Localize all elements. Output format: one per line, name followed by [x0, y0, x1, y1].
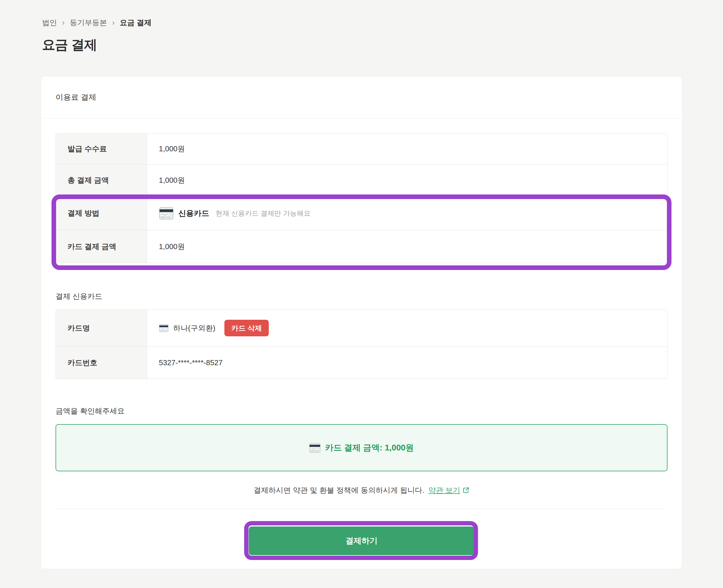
breadcrumb-item-register-copy[interactable]: 등기부등본 [70, 18, 107, 27]
table-row-payment-method: 결제 방법 신용카드 현재 신용카드 결제만 가능해요 [56, 196, 667, 230]
table-row-issuance-fee: 발급 수수료 1,000원 [56, 133, 667, 165]
breadcrumb-item-fee-payment: 요금 결제 [120, 18, 152, 27]
amount-summary-box: 카드 결제 금액: 1,000원 [56, 424, 667, 471]
row-label: 카드명 [56, 310, 147, 346]
row-value: 1,000원 [147, 230, 667, 263]
amount-summary-text: 카드 결제 금액: 1,000원 [325, 442, 414, 454]
card-footer: 결제하기 [56, 508, 667, 569]
terms-link[interactable]: 약관 보기 [428, 485, 469, 495]
table-row-total-amount: 총 결제 금액 1,000원 [56, 165, 667, 196]
page-title: 요금 결제 [42, 37, 97, 52]
row-label: 카드 결제 금액 [56, 230, 147, 263]
row-value: 신용카드 현재 신용카드 결제만 가능해요 [147, 196, 667, 230]
row-value: 하나(구외환) 카드 삭제 [147, 310, 667, 346]
section-heading-usage-fee: 이용료 결제 [41, 76, 682, 119]
row-value: 5327-****-****-8527 [147, 346, 667, 379]
external-link-icon [463, 487, 469, 493]
section-heading-confirm-amount: 금액을 확인해주세요 [56, 406, 667, 416]
terms-link-label: 약관 보기 [428, 485, 460, 495]
payment-card-table: 카드명 하나(구외환) 카드 삭제 카드번호 5327-****-****-85… [56, 310, 667, 379]
card-name-value: 하나(구외환) [173, 323, 215, 333]
table-row-card-amount: 카드 결제 금액 1,000원 [56, 230, 667, 263]
row-label: 발급 수수료 [56, 133, 147, 164]
terms-text: 결제하시면 약관 및 환불 정책에 동의하시게 됩니다. [254, 485, 424, 495]
fee-table: 발급 수수료 1,000원 총 결제 금액 1,000원 결제 방법 신용카드 [56, 133, 667, 263]
payment-page: 법인 › 등기부등본 › 요금 결제 요금 결제 이용료 결제 발급 수수료 1… [0, 0, 723, 588]
chevron-right-icon: › [112, 18, 115, 27]
total-amount-value: 1,000원 [159, 175, 185, 185]
row-value: 1,000원 [147, 165, 667, 196]
row-label: 총 결제 금액 [56, 165, 147, 196]
row-label: 카드번호 [56, 346, 147, 379]
card-amount-value: 1,000원 [159, 241, 185, 252]
breadcrumb-item-corporation[interactable]: 법인 [42, 18, 57, 27]
breadcrumb: 법인 › 등기부등본 › 요금 결제 [42, 18, 152, 27]
pay-button[interactable]: 결제하기 [249, 526, 475, 555]
row-label: 결제 방법 [56, 196, 147, 230]
table-row-card-number: 카드번호 5327-****-****-8527 [56, 346, 667, 379]
section-heading-payment-card: 결제 신용카드 [56, 292, 667, 301]
credit-card-icon [159, 207, 174, 220]
payment-card-panel: 이용료 결제 발급 수수료 1,000원 총 결제 금액 1,000원 결제 방… [41, 76, 682, 569]
terms-notice: 결제하시면 약관 및 환불 정책에 동의하시게 됩니다. 약관 보기 [56, 486, 667, 495]
chevron-right-icon: › [62, 18, 65, 27]
row-value: 1,000원 [147, 133, 667, 164]
credit-card-icon [309, 443, 321, 453]
table-row-card-name: 카드명 하나(구외환) 카드 삭제 [56, 310, 667, 346]
payment-method-note: 현재 신용카드 결제만 가능해요 [216, 209, 310, 218]
payment-method-value: 신용카드 [178, 208, 209, 218]
issuance-fee-value: 1,000원 [159, 144, 185, 154]
card-number-value: 5327-****-****-8527 [159, 358, 223, 367]
credit-card-icon [159, 324, 168, 332]
delete-card-button[interactable]: 카드 삭제 [224, 320, 269, 336]
